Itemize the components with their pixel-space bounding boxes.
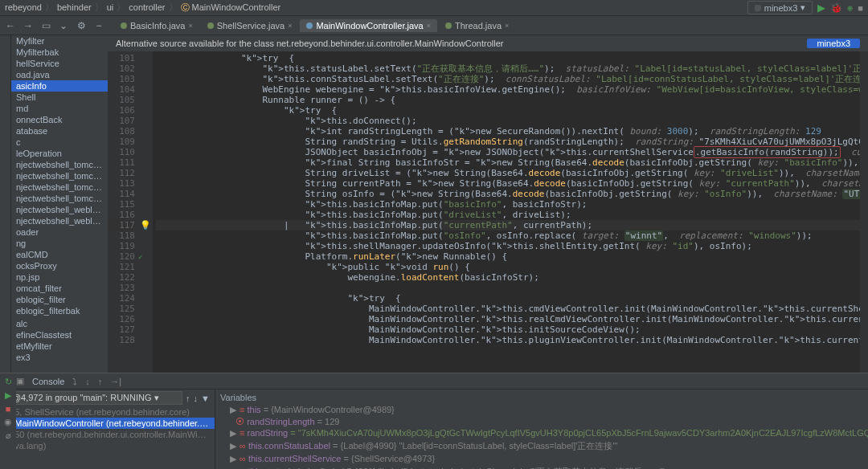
structure-item[interactable]: ex3 bbox=[11, 352, 108, 363]
editor-tabs: BasicInfo.java×ShellService.java×MainWin… bbox=[114, 19, 515, 32]
structure-item[interactable]: njectwebshell_weblogic bbox=[11, 204, 108, 215]
structure-item[interactable]: njectwebshell_tomcat_mbeans bbox=[11, 170, 108, 181]
breadcrumb[interactable]: rebeyond〉behinder〉ui〉controller〉Ⓒ MainWi… bbox=[5, 2, 747, 14]
collapse-icon[interactable]: ⌄ bbox=[58, 20, 69, 31]
structure-item[interactable]: asicInfo bbox=[11, 80, 108, 92]
forward-icon[interactable]: → bbox=[23, 20, 34, 31]
structure-item[interactable]: np.jsp bbox=[11, 271, 108, 283]
file-tab[interactable]: Thread.java× bbox=[439, 19, 515, 32]
structure-item[interactable]: njectwebshell_tomcat_skay bbox=[11, 181, 108, 193]
debug-icon[interactable]: 🐞 bbox=[830, 2, 842, 14]
structure-item[interactable]: eblogic_filter bbox=[11, 294, 108, 305]
structure-item[interactable]: onnectBack bbox=[11, 114, 108, 125]
select-icon[interactable]: ▭ bbox=[40, 20, 51, 31]
frames-panel[interactable]: "@4,972 in group "main": RUNNING ▾ ↑ ↓ ▼… bbox=[0, 389, 215, 469]
variable-row[interactable]: ▶∞ this.currentShellService = {ShellServ… bbox=[220, 453, 863, 465]
structure-item[interactable]: md bbox=[11, 103, 108, 114]
thread-selector[interactable]: "@4,972 in group "main": RUNNING ▾ bbox=[5, 391, 182, 405]
structure-item[interactable]: hellService bbox=[11, 58, 108, 69]
structure-item[interactable]: Myfilterbak bbox=[11, 47, 108, 58]
settings-icon[interactable]: ⚙ bbox=[76, 20, 87, 31]
structure-item[interactable]: leOperation bbox=[11, 148, 108, 159]
structure-item[interactable]: njectwebshell_tomcat6 bbox=[11, 159, 108, 170]
structure-item[interactable]: c bbox=[11, 137, 108, 148]
structure-item[interactable]: oader bbox=[11, 226, 108, 238]
step-out-icon[interactable]: ↑ bbox=[98, 377, 103, 386]
structure-item[interactable]: ng bbox=[11, 238, 108, 249]
stop-icon[interactable]: ■ bbox=[858, 3, 863, 13]
structure-item[interactable]: etMyfilter bbox=[11, 341, 108, 352]
nav-toolbar: ← → ▭ ⌄ ⚙ − BasicInfo.java×ShellService.… bbox=[0, 16, 868, 35]
debug-side-tools: ↻ ▶ ■ ◉ ⌀ bbox=[0, 373, 16, 469]
structure-item[interactable]: Shell bbox=[11, 92, 108, 103]
structure-item[interactable]: ocksProxy bbox=[11, 260, 108, 271]
debugger-tab-icon[interactable]: ▣ bbox=[16, 376, 24, 386]
banner-text: Alternative source available for the cla… bbox=[116, 39, 503, 48]
stack-frame[interactable]: 995, ShellService (net.rebeyond.behinder… bbox=[0, 406, 215, 418]
stack-frame[interactable]: (java.lang) bbox=[0, 440, 215, 451]
structure-item[interactable]: oad.java bbox=[11, 69, 108, 80]
structure-item[interactable]: alc bbox=[11, 318, 108, 329]
structure-item[interactable]: njectwebshell_weblogicbak bbox=[11, 215, 108, 226]
stop-debug-icon[interactable]: ■ bbox=[6, 404, 11, 414]
variable-row[interactable]: ▶∞ this.connStatusLabel = {Label@4990} "… bbox=[220, 439, 863, 453]
file-tab[interactable]: MainWindowController.java× bbox=[300, 19, 437, 32]
structure-item[interactable]: efineClasstest bbox=[11, 329, 108, 341]
step-over-icon[interactable]: ⤵ bbox=[72, 377, 77, 386]
back-icon[interactable]: ← bbox=[5, 20, 16, 31]
structure-item[interactable]: njectwebshell_tomcat_three bbox=[11, 193, 108, 204]
variables-panel[interactable]: Variables ▶≡ this = {MainWindowControlle… bbox=[215, 389, 868, 469]
view-bp-icon[interactable]: ◉ bbox=[4, 417, 12, 427]
resume-icon[interactable]: ▶ bbox=[5, 390, 11, 401]
file-tab[interactable]: BasicInfo.java× bbox=[114, 19, 199, 32]
step-into-icon[interactable]: ↓ bbox=[85, 377, 90, 386]
run-to-cursor-icon[interactable]: →| bbox=[110, 377, 121, 386]
prev-frame-icon[interactable]: ↑ bbox=[186, 394, 190, 403]
debug-tabs: ▣ Console ⤵ ↓ ↑ →| bbox=[0, 373, 868, 389]
minus-icon[interactable]: − bbox=[93, 20, 104, 31]
profile-icon[interactable]: ⎈ bbox=[847, 2, 853, 14]
run-icon[interactable]: ▶ bbox=[817, 2, 825, 14]
banner-action[interactable]: minebx3 bbox=[807, 39, 860, 48]
vars-title: Variables bbox=[220, 391, 863, 404]
variable-row[interactable]: ▶≡ randString = "7sKMh4XiuCvA70ujUWMx8pO… bbox=[220, 427, 863, 439]
filter-frames-icon[interactable]: ▼ bbox=[201, 394, 210, 403]
structure-item[interactable]: Myfilter bbox=[11, 35, 108, 47]
structure-item[interactable]: eblogic_filterbak bbox=[11, 305, 108, 316]
variable-row[interactable]: ▶≡ this = {MainWindowController@4989} bbox=[220, 404, 863, 416]
stack-frame[interactable]: 8350 (net.rebeyond.behinder.ui.controlle… bbox=[0, 429, 215, 440]
console-tab[interactable]: Console bbox=[32, 377, 64, 386]
top-bar: rebeyond〉behinder〉ui〉controller〉Ⓒ MainWi… bbox=[0, 0, 868, 16]
run-controls: minebx3 ▾ ▶ 🐞 ⎈ ■ bbox=[747, 1, 863, 14]
file-tab[interactable]: ShellService.java× bbox=[201, 19, 299, 32]
variable-row[interactable]: ⦿ randStringLength = 129 bbox=[220, 416, 863, 427]
mute-bp-icon[interactable]: ⌀ bbox=[6, 430, 11, 441]
next-frame-icon[interactable]: ↓ bbox=[194, 394, 199, 403]
structure-item[interactable]: ealCMD bbox=[11, 249, 108, 260]
debug-panel: ↻ ▶ ■ ◉ ⌀ ▣ Console ⤵ ↓ ↑ →| "@4,972 in … bbox=[0, 373, 868, 469]
rerun-icon[interactable]: ↻ bbox=[5, 377, 12, 387]
structure-item[interactable]: atabase bbox=[11, 125, 108, 137]
variable-row[interactable]: ▶∞ this.statusLabel = {Label@4991} "Labe… bbox=[220, 465, 863, 469]
stack-frame[interactable]: 0, MainWindowController (net.rebeyond.be… bbox=[0, 418, 215, 429]
run-config-selector[interactable]: minebx3 ▾ bbox=[747, 1, 813, 14]
decompile-banner: Alternative source available for the cla… bbox=[108, 35, 868, 51]
structure-item[interactable]: omcat_filter bbox=[11, 283, 108, 294]
